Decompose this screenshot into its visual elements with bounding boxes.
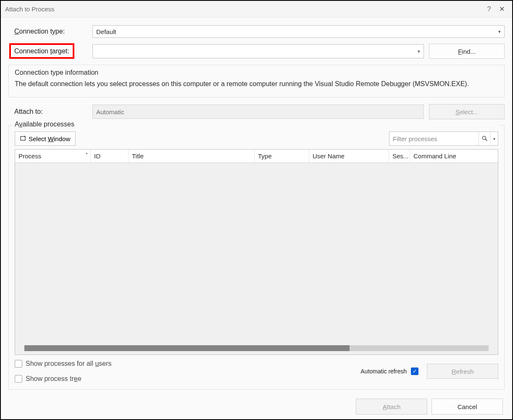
processes-table: Process▴ ID Title Type User Name Ses... … xyxy=(15,149,498,355)
filter-dropdown-icon[interactable]: ▾ xyxy=(490,132,498,145)
close-button[interactable]: ✕ xyxy=(495,5,508,13)
connection-type-value: Default xyxy=(96,28,116,35)
automatic-refresh-label: Automatic refresh xyxy=(360,368,407,375)
refresh-button[interactable]: Refresh xyxy=(427,364,498,379)
chevron-down-icon: ▾ xyxy=(418,49,420,54)
column-process[interactable]: Process▴ xyxy=(15,150,91,163)
show-all-users-checkbox[interactable] xyxy=(15,360,22,368)
column-command-line[interactable]: Command Line xyxy=(410,150,498,163)
attach-to-process-dialog: Attach to Process ? ✕ Connection type: D… xyxy=(0,0,513,420)
table-header: Process▴ ID Title Type User Name Ses... … xyxy=(15,150,498,163)
horizontal-scrollbar[interactable] xyxy=(24,345,489,351)
select-window-icon xyxy=(20,135,27,142)
show-all-users-label: Show processes for all users xyxy=(26,360,112,368)
filter-processes-group: ▾ xyxy=(389,131,498,146)
dialog-footer: Attach Cancel xyxy=(1,394,512,419)
search-icon[interactable] xyxy=(479,132,490,145)
column-session[interactable]: Ses... xyxy=(389,150,410,163)
titlebar: Attach to Process ? ✕ xyxy=(1,1,512,18)
table-body[interactable] xyxy=(15,163,498,354)
connection-target-dropdown[interactable]: ▾ xyxy=(92,44,424,58)
show-process-tree-label: Show process tree xyxy=(26,375,82,383)
connection-type-label: Connection type: xyxy=(8,28,92,35)
available-processes-title: Available processes xyxy=(13,121,498,128)
find-button[interactable]: Find... xyxy=(429,44,505,59)
svg-point-1 xyxy=(482,136,486,140)
column-user-name[interactable]: User Name xyxy=(309,150,389,163)
attach-button[interactable]: Attach xyxy=(356,399,427,415)
connection-info-text: The default connection lets you select p… xyxy=(15,79,498,89)
help-button[interactable]: ? xyxy=(483,5,495,13)
automatic-refresh-checkbox[interactable]: ✓ xyxy=(411,368,418,375)
connection-type-dropdown[interactable]: Default ▾ xyxy=(92,25,505,38)
connection-target-label: Connection target: xyxy=(8,47,92,55)
select-button[interactable]: Select... xyxy=(429,104,505,119)
sort-asc-icon: ▴ xyxy=(86,151,88,155)
attach-to-label: Attach to: xyxy=(8,108,92,116)
column-title[interactable]: Title xyxy=(129,150,255,163)
show-process-tree-checkbox[interactable] xyxy=(15,375,22,383)
cancel-button[interactable]: Cancel xyxy=(431,399,503,415)
chevron-down-icon: ▾ xyxy=(498,29,501,34)
column-id[interactable]: ID xyxy=(91,150,129,163)
svg-rect-0 xyxy=(21,136,25,140)
available-processes-group: Available processes Select Window ▾ xyxy=(8,125,505,390)
window-title: Attach to Process xyxy=(5,5,483,13)
filter-processes-input[interactable] xyxy=(389,135,479,142)
column-type[interactable]: Type xyxy=(255,150,309,163)
connection-info-title: Connection type information xyxy=(13,69,100,76)
attach-to-field: Automatic xyxy=(92,105,424,119)
svg-line-2 xyxy=(485,139,487,141)
select-window-button[interactable]: Select Window xyxy=(15,131,76,146)
connection-info-group: Connection type information The default … xyxy=(8,65,505,97)
scrollbar-thumb[interactable] xyxy=(24,345,350,351)
attach-to-value: Automatic xyxy=(96,108,124,116)
